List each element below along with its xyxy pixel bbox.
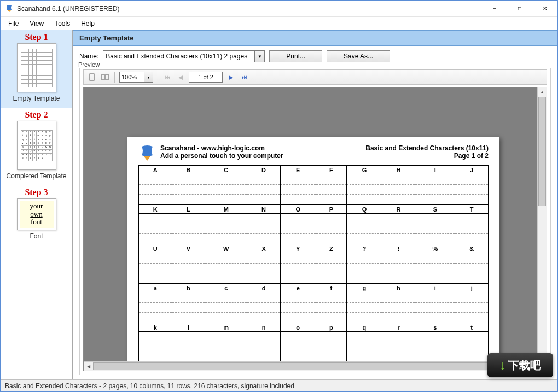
template-page: Scanahand - www.high-logic.com Add a per… bbox=[127, 137, 499, 371]
char-cell bbox=[172, 332, 205, 362]
char-cell bbox=[455, 214, 489, 244]
step-title: Step 1 bbox=[2, 32, 71, 42]
char-cell bbox=[205, 214, 247, 244]
zoom-input[interactable] bbox=[119, 72, 144, 83]
char-cell bbox=[455, 174, 489, 205]
char-header: t bbox=[455, 323, 489, 332]
menu-file[interactable]: File bbox=[3, 18, 24, 29]
page-number: Page 1 of 2 bbox=[365, 152, 489, 160]
name-label: Name: bbox=[79, 52, 98, 60]
char-header: R bbox=[382, 205, 415, 214]
minimize-button[interactable]: − bbox=[482, 1, 507, 17]
prev-page-button[interactable]: ◀ bbox=[176, 72, 185, 82]
svg-rect-0 bbox=[90, 74, 94, 80]
preview-toolbar: ▼ ⏮ ◀ 1 of 2 ▶ ⏭ bbox=[83, 69, 547, 85]
char-cell bbox=[382, 292, 415, 323]
char-cell bbox=[415, 292, 455, 323]
brand-line1: Scanahand - www.high-logic.com bbox=[160, 144, 365, 152]
char-header: d bbox=[247, 284, 281, 292]
step-2-thumb: abcdefgh ijklmnop qrstuvwx yzABCDEF GHIJ… bbox=[17, 121, 56, 170]
char-cell bbox=[455, 292, 489, 323]
chevron-down-icon[interactable]: ▼ bbox=[255, 50, 265, 62]
horizontal-scrollbar[interactable]: ◀ ▶ bbox=[84, 361, 537, 371]
menu-tools[interactable]: Tools bbox=[49, 18, 75, 29]
first-page-button[interactable]: ⏮ bbox=[162, 72, 172, 82]
char-header: T bbox=[455, 205, 489, 214]
char-header: n bbox=[247, 323, 281, 332]
close-button[interactable]: ✕ bbox=[532, 1, 557, 17]
char-cell bbox=[347, 253, 382, 284]
char-header: ? bbox=[347, 244, 382, 253]
step-1-thumb bbox=[17, 43, 56, 92]
char-header: a bbox=[139, 284, 172, 292]
char-header: % bbox=[415, 244, 455, 253]
char-header: e bbox=[280, 284, 316, 292]
char-header: Y bbox=[280, 244, 316, 253]
preview-frame: ▼ ⏮ ◀ 1 of 2 ▶ ⏭ Scanahand - www.high-lo… bbox=[79, 68, 551, 375]
char-header: W bbox=[205, 244, 247, 253]
char-cell bbox=[247, 214, 281, 244]
vertical-scrollbar[interactable]: ▲ ▼ bbox=[537, 87, 547, 361]
char-cell bbox=[455, 253, 489, 284]
char-cell bbox=[382, 332, 415, 362]
char-header: r bbox=[382, 323, 415, 332]
single-page-icon[interactable] bbox=[87, 72, 97, 82]
char-header: m bbox=[205, 323, 247, 332]
step-3-thumb: your own font bbox=[17, 198, 56, 230]
menu-help[interactable]: Help bbox=[75, 18, 100, 29]
char-cell bbox=[280, 174, 316, 205]
toolbar-row: Name: ▼ Print... Save As... bbox=[73, 46, 557, 66]
last-page-button[interactable]: ⏭ bbox=[239, 72, 249, 82]
chevron-down-icon[interactable]: ▼ bbox=[144, 72, 153, 83]
zoom-combo[interactable]: ▼ bbox=[119, 72, 153, 83]
save-as-button[interactable]: Save As... bbox=[327, 50, 390, 62]
scanahand-logo-icon bbox=[138, 144, 156, 162]
char-header: i bbox=[415, 284, 455, 292]
char-header: o bbox=[280, 323, 316, 332]
svg-rect-1 bbox=[102, 74, 104, 80]
char-header: Z bbox=[316, 244, 346, 253]
multi-page-icon[interactable] bbox=[100, 72, 110, 82]
char-cell bbox=[172, 253, 205, 284]
char-header: f bbox=[316, 284, 346, 292]
watermark-logo: ↓ 下载吧 bbox=[487, 353, 553, 377]
preview-area[interactable]: Scanahand - www.high-logic.com Add a per… bbox=[83, 87, 547, 371]
char-cell bbox=[316, 174, 346, 205]
char-cell bbox=[139, 253, 172, 284]
char-cell bbox=[247, 174, 281, 205]
char-header: F bbox=[316, 166, 346, 174]
template-name-combo[interactable]: ▼ bbox=[103, 50, 265, 62]
char-cell bbox=[172, 174, 205, 205]
maximize-button[interactable]: □ bbox=[507, 1, 532, 17]
scroll-thumb[interactable] bbox=[538, 97, 546, 206]
character-grid: ABCDEFGHIJKLMNOPQRSTUVWXYZ?!%&abcdefghij… bbox=[138, 165, 489, 362]
char-cell bbox=[382, 214, 415, 244]
page-indicator[interactable]: 1 of 2 bbox=[189, 72, 223, 83]
char-header: A bbox=[139, 166, 172, 174]
char-cell bbox=[316, 292, 346, 323]
step-title: Step 3 bbox=[2, 188, 71, 197]
menu-view[interactable]: View bbox=[24, 18, 49, 29]
char-header: c bbox=[205, 284, 247, 292]
char-header: U bbox=[139, 244, 172, 253]
scroll-thumb[interactable] bbox=[93, 362, 528, 370]
step-label: Empty Template bbox=[2, 95, 71, 102]
step-3-font[interactable]: Step 3 your own font Font bbox=[1, 185, 72, 245]
char-cell bbox=[415, 332, 455, 362]
char-header: D bbox=[247, 166, 281, 174]
template-name-input[interactable] bbox=[103, 50, 255, 62]
char-cell bbox=[139, 174, 172, 205]
char-cell bbox=[280, 292, 316, 323]
step-1-empty-template[interactable]: Step 1 Empty Template bbox=[1, 30, 72, 108]
char-cell bbox=[205, 292, 247, 323]
download-arrow-icon: ↓ bbox=[499, 358, 506, 373]
char-header: K bbox=[139, 205, 172, 214]
char-header: & bbox=[455, 244, 489, 253]
next-page-button[interactable]: ▶ bbox=[226, 72, 236, 82]
char-header: B bbox=[172, 166, 205, 174]
char-cell bbox=[280, 214, 316, 244]
print-button[interactable]: Print... bbox=[269, 50, 322, 62]
char-header: N bbox=[247, 205, 281, 214]
step-2-completed-template[interactable]: Step 2 abcdefgh ijklmnop qrstuvwx yzABCD… bbox=[1, 108, 72, 185]
char-header: C bbox=[205, 166, 247, 174]
